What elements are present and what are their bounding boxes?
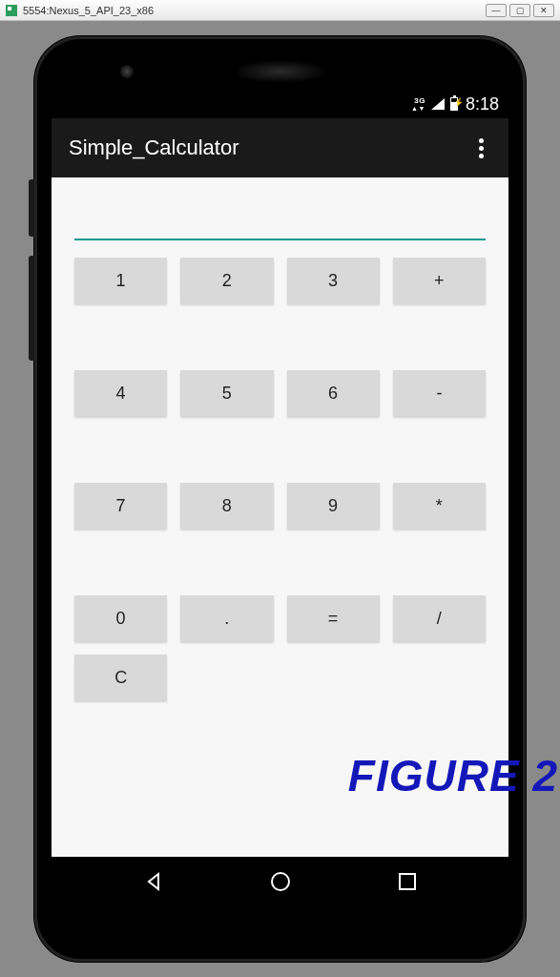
device-frame: 3G ▲▼ ⚡ 8:18 Simple_Calculator 1 2 3 + 4… [34, 36, 526, 962]
key-8[interactable]: 8 [180, 483, 273, 529]
triangle-back-icon [142, 870, 165, 893]
key-9[interactable]: 9 [287, 483, 380, 529]
calculator-keypad-row5: C [74, 655, 486, 700]
app-title: Simple_Calculator [69, 135, 471, 160]
device-power-button[interactable] [29, 179, 34, 237]
key-minus[interactable]: - [393, 370, 486, 416]
square-recent-icon [396, 870, 419, 893]
key-clear[interactable]: C [74, 655, 167, 700]
circle-home-icon [269, 870, 292, 893]
nav-home-button[interactable] [261, 863, 300, 901]
calculator-display[interactable] [74, 202, 486, 240]
nav-recent-button[interactable] [388, 863, 426, 901]
key-equals[interactable]: = [287, 595, 380, 641]
window-maximize-button[interactable]: ▢ [509, 4, 530, 17]
status-bar: 3G ▲▼ ⚡ 8:18 [52, 90, 508, 118]
key-0[interactable]: 0 [74, 595, 167, 641]
status-clock: 8:18 [466, 94, 499, 114]
key-2[interactable]: 2 [180, 258, 273, 303]
key-1[interactable]: 1 [74, 258, 167, 303]
key-multiply[interactable]: * [393, 483, 486, 529]
nav-back-button[interactable] [135, 863, 173, 901]
calculator-keypad: 1 2 3 + 4 5 6 - 7 8 9 * 0 . = / [74, 258, 486, 641]
device-camera [120, 65, 134, 78]
signal-icon [431, 98, 445, 110]
key-dot[interactable]: . [180, 595, 273, 641]
key-4[interactable]: 4 [74, 370, 167, 416]
battery-icon: ⚡ [450, 97, 458, 111]
device-speaker [238, 61, 323, 82]
android-nav-bar [52, 857, 508, 906]
key-5[interactable]: 5 [180, 370, 273, 416]
device-volume-button[interactable] [29, 256, 34, 361]
emulator-titlebar: 5554:Nexus_5_API_23_x86 — ▢ ✕ [0, 0, 560, 21]
svg-point-0 [272, 873, 289, 890]
window-minimize-button[interactable]: — [486, 4, 507, 17]
overflow-menu-button[interactable] [471, 131, 491, 166]
window-close-button[interactable]: ✕ [533, 4, 554, 17]
key-plus[interactable]: + [393, 258, 486, 303]
svg-rect-1 [400, 874, 415, 889]
key-6[interactable]: 6 [287, 370, 380, 416]
app-bar: Simple_Calculator [52, 118, 508, 177]
key-divide[interactable]: / [393, 595, 486, 641]
network-indicator: 3G ▲▼ [411, 97, 425, 112]
key-3[interactable]: 3 [287, 258, 380, 303]
key-7[interactable]: 7 [74, 483, 167, 529]
calculator-content: 1 2 3 + 4 5 6 - 7 8 9 * 0 . = / C [52, 177, 508, 717]
emulator-icon [6, 5, 17, 16]
emulator-title: 5554:Nexus_5_API_23_x86 [23, 5, 483, 16]
figure-label: FIGURE 2 [348, 750, 558, 801]
